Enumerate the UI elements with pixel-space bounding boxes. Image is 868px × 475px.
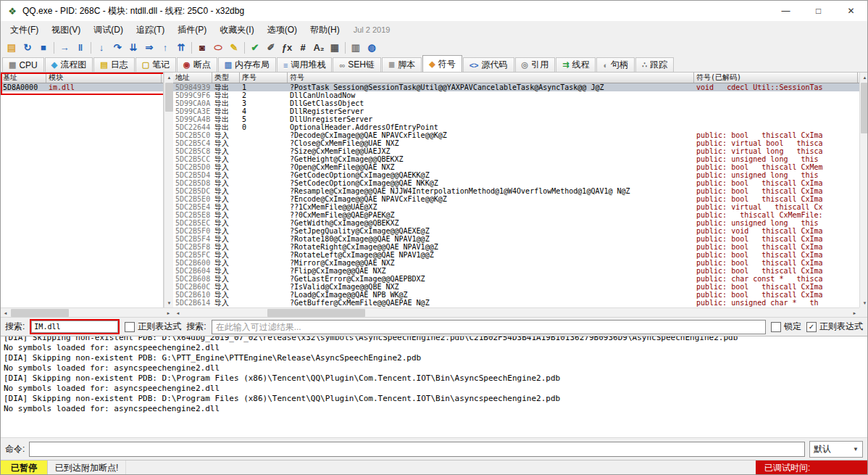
symbol-row[interactable]: 5D99CA3E导出4DllRegisterServer [173,107,859,115]
minimize-button[interactable]: — [769,1,802,21]
symbol-row[interactable]: 5DC2B5FC导入?RotateLeft@CxImage@@QAE_NPAV1… [173,251,859,259]
menu-item-plugins[interactable]: 插件(P) [171,22,213,38]
symbol-row[interactable]: 5DC2B5E8导入??0CxMemFile@@QAE@PAEK@Zpublic… [173,211,859,219]
font-size-icon[interactable]: A₂ [311,41,327,55]
tab-source[interactable]: <>源代码 [463,57,514,72]
symbol-row[interactable]: 5DC2B5C4导入?Close@CxMemFile@@UAE_NXZpubli… [173,139,859,147]
command-input[interactable] [29,442,805,457]
symbol-row[interactable]: 5DC2B5F8导入?RotateRight@CxImage@@QAE_NPAV… [173,243,859,251]
scrollbar-thumb[interactable] [165,83,173,112]
column-header-dec[interactable]: 符号(已解码) [694,73,858,83]
tab-trace[interactable]: ∴跟踪 [635,57,674,72]
pencil-icon[interactable]: ✐ [263,41,279,55]
symbol-row[interactable]: 5DC2B60C导入?IsValid@CxImage@@QBE_NXZpubli… [173,283,859,291]
symbol-row[interactable]: 5DC2B614导入?GetBuffer@CxMemFile@@QAEPAE_N… [173,299,859,307]
maximize-button[interactable]: □ [802,1,835,21]
tab-references[interactable]: ◎引用 [515,57,556,72]
symbol-row[interactable]: 5DC2B5E0导入?Encode@CxImage@@QAE_NPAVCxFil… [173,195,859,203]
tab-log[interactable]: ▤日志 [93,57,134,72]
command-mode-dropdown[interactable]: 默认 ▼ [809,441,863,458]
column-header-base[interactable]: 基址 [1,73,46,83]
module-vertical-scrollbar[interactable]: ▲ ▼ [164,73,173,307]
close-button[interactable]: ✕ [835,1,867,21]
menu-item-help[interactable]: 帮助(H) [304,22,346,38]
scrollbar-thumb[interactable] [11,309,69,317]
animate-over-icon[interactable]: ⇒ [141,41,157,55]
calculator-icon[interactable]: ▦ [327,41,343,55]
column-header-sym[interactable]: 符号 [288,73,694,83]
menu-item-debug[interactable]: 调试(D) [87,22,130,38]
symbol-row[interactable]: 5DC2B5EC导入?GetWidth@CxImage@@QBEKXZpubli… [173,219,859,227]
open-folder-icon[interactable]: ▤ [4,41,20,55]
symbol-row[interactable]: 5D99CA0A导出3DllGetClassObject [173,99,859,107]
step-into-icon[interactable]: ↓ [93,41,109,55]
symbol-row[interactable]: 5DC2B5D8导入?SetCodecOption@CxImage@@QAE_N… [173,179,859,187]
symbol-row[interactable]: 5DC2B610导入?Load@CxImage@@QAE_NPB_WK@Zpub… [173,291,859,299]
tab-script[interactable]: ≣脚本 [382,57,422,72]
restart-icon[interactable]: ↻ [20,41,36,55]
tab-seh[interactable]: ∞SEH链 [333,57,381,72]
menu-item-trace[interactable]: 追踪(T) [130,22,171,38]
stop-icon[interactable]: ■ [36,41,51,55]
run-icon[interactable]: → [57,41,72,55]
lock-checkbox[interactable] [771,322,781,332]
symbol-horizontal-scrollbar[interactable]: ◄ ► [173,307,859,317]
hash-icon[interactable]: # [295,41,311,55]
symbol-row[interactable]: 5DC2B5D0导入?Open@CxMemFile@@QAE_NXZpublic… [173,163,859,171]
tab-symbols[interactable]: ◆符号 [422,55,462,72]
column-header-type[interactable]: 类型 [212,73,240,83]
functions-fx-icon[interactable]: ƒx [279,41,295,55]
tab-call-stack[interactable]: ≡调用堆栈 [277,57,332,72]
regex-checkbox-modules[interactable] [125,322,135,332]
symbol-row[interactable]: 5DC2B600导入?Mirror@CxImage@@QAE_NXZpublic… [173,259,859,267]
animate-into-icon[interactable]: ⇊ [125,41,141,55]
menu-item-options[interactable]: 选项(O) [261,22,304,38]
globe-icon[interactable]: ◍ [364,41,380,55]
symbol-row[interactable]: 5DC2B5D4导入?GetCodecOption@CxImage@@QAEKK… [173,171,859,179]
module-search-input[interactable] [31,321,118,333]
symbol-filter-input[interactable] [212,320,766,334]
symbol-row[interactable]: 5DC2B604导入?Flip@CxImage@@QAE_NXZpublic: … [173,267,859,275]
symbol-row[interactable]: 5DC2B5C8导入?Size@CxMemFile@@UAEJXZpublic:… [173,147,859,155]
run-to-return-icon[interactable]: ↑ [157,41,173,55]
symbol-row[interactable]: 5DC22644导出0OptionalHeader.AddressOfEntry… [173,123,859,131]
symbol-row[interactable]: 5D99CA4B导出5DllUnregisterServer [173,115,859,123]
run-to-user-code-icon[interactable]: ⇈ [173,41,189,55]
column-header-addr[interactable]: 地址 [173,73,212,83]
scrollbar-thumb[interactable] [267,309,365,317]
highlighter-icon[interactable]: ✎ [226,41,242,55]
symbol-row[interactable]: 5DC2B5F4导入?Rotate180@CxImage@@QAE_NPAV1@… [173,235,859,243]
tab-memory-map[interactable]: ▥内存布局 [218,57,276,72]
pause-icon[interactable]: ‖ [72,41,88,55]
symbol-row[interactable]: 5DC2B608导入?GetLastError@CxImage@@QAEPBDX… [173,275,859,283]
patches-pill-icon[interactable]: ⬭ [210,41,226,55]
menu-item-file[interactable]: 文件(F) [4,22,45,38]
menu-item-favourites[interactable]: 收藏夹(I) [213,22,260,38]
module-row[interactable]: 5D8A0000im.dll [1,83,163,91]
symbol-row[interactable]: 5DC2B5CC导入?GetHeight@CxImage@@QBEKXZpubl… [173,155,859,163]
scrollbar-thumb[interactable] [861,83,868,133]
symbol-row[interactable]: 5DC2B5DC导入?Resample@CxImage@@QAE_NJJW4In… [173,187,859,195]
step-over-icon[interactable]: ↷ [109,41,125,55]
module-horizontal-scrollbar[interactable]: ◄ ► [1,307,173,317]
column-header-module[interactable]: 模块 [46,73,162,83]
scroll-down-icon[interactable]: ▼ [860,298,868,307]
menu-item-view[interactable]: 视图(V) [45,22,87,38]
column-header-ord[interactable]: 序号 [240,73,288,83]
tab-handles[interactable]: ◐句柄 [596,57,635,72]
tab-breakpoints[interactable]: ◉断点 [177,57,217,72]
regex-checkbox-filter[interactable] [806,322,817,332]
tab-notes[interactable]: ▢笔记 [135,57,176,72]
symbol-row[interactable]: 5DC2B5F0导入?SetJpegQuality@CxImage@@QAEXE… [173,227,859,235]
scylla-icon[interactable]: ◙ [194,41,210,55]
symbol-row[interactable]: 5DC2B5E4导入??1CxMemFile@@UAE@XZpublic: vi… [173,203,859,211]
symbol-row[interactable]: 5D99C9F6导出2DllCanUnloadNow [173,91,859,99]
symbol-row[interactable]: 5DC2B5C0导入?Decode@CxImage@@QAE_NPAVCxFil… [173,131,859,139]
symbol-vertical-scrollbar[interactable]: ▲ ▼ [859,73,868,307]
check-document-icon[interactable]: ✔ [247,41,263,55]
tab-graph[interactable]: ◈流程图 [45,57,93,72]
symbol-row[interactable]: 5D984939导出1?PostTask_Session@SessionTask… [173,83,859,91]
tab-cpu[interactable]: ▦CPU [2,57,44,72]
tab-threads[interactable]: ⇉线程 [556,57,596,72]
scroll-up-icon[interactable]: ▲ [860,73,868,82]
